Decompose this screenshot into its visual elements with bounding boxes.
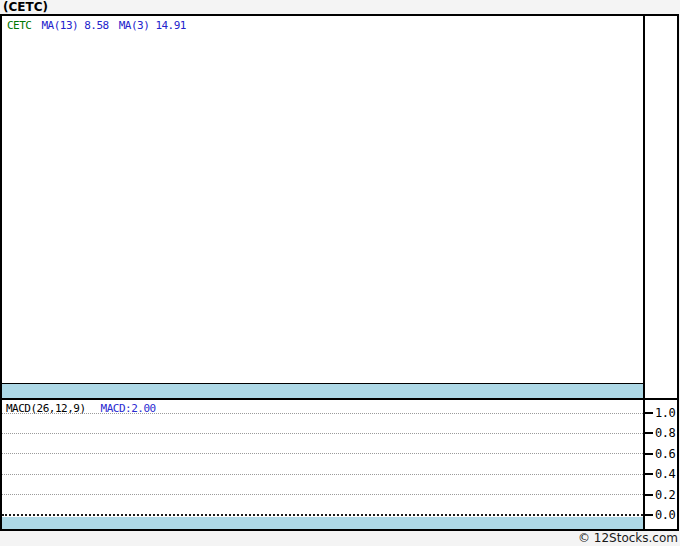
ma13-value: 8.58	[84, 19, 109, 32]
ma3-value: 14.91	[155, 19, 186, 32]
macd-legend: MACD(26,12,9)MACD:2.00	[6, 402, 156, 415]
y-axis-tick-label: 0.6	[655, 448, 675, 460]
macd-gridline-0.8	[2, 433, 643, 434]
price-panel: CETCMA(13)8.58MA(3)14.91	[2, 16, 643, 383]
copyright-text: © 12Stocks.com	[578, 531, 678, 546]
stock-chart-page: (CETC) CETCMA(13)8.58MA(3)14.91 MACD(26,…	[0, 0, 680, 546]
macd-legend-value: MACD:2.00	[101, 402, 156, 415]
macd-gridline-0.6	[2, 453, 643, 454]
y-axis-tick-label: 1.0	[655, 407, 675, 419]
y-axis-tick-label: 0.4	[655, 468, 675, 480]
price-legend: CETCMA(13)8.58MA(3)14.91	[7, 19, 186, 32]
ma13-label: MA(13)	[42, 19, 79, 32]
panel-separator-band	[2, 383, 643, 398]
bottom-band	[2, 517, 643, 529]
macd-gridline-0.2	[2, 494, 643, 495]
chart-frame: CETCMA(13)8.58MA(3)14.91 MACD(26,12,9)MA…	[0, 14, 679, 531]
macd-legend-label: MACD(26,12,9)	[6, 402, 86, 415]
macd-panel: MACD(26,12,9)MACD:2.00 1.00.80.60.40.20.…	[2, 400, 677, 529]
ma3-label: MA(3)	[119, 19, 150, 32]
y-axis-tick-label: 0.2	[655, 489, 675, 501]
ticker-symbol: CETC	[7, 19, 32, 32]
macd-gridline-0.4	[2, 474, 643, 475]
macd-grid: 1.00.80.60.40.20.0	[2, 400, 677, 529]
y-axis-tick-label: 0.0	[655, 509, 675, 521]
y-axis-line	[643, 16, 645, 529]
chart-title: (CETC)	[3, 0, 48, 14]
macd-gridline-0.0	[2, 514, 643, 516]
y-axis-tick-label: 0.8	[655, 427, 675, 439]
